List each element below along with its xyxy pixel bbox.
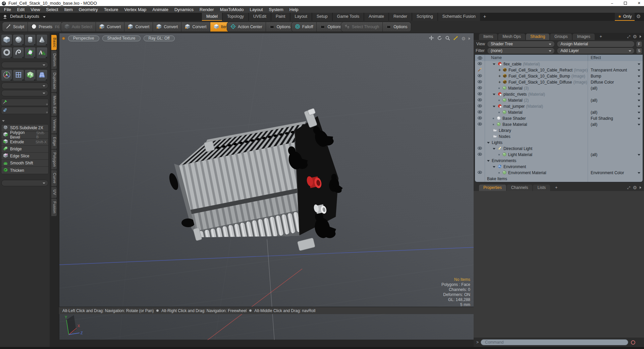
menu-animate[interactable]: Animate [149,7,171,12]
menu-file[interactable]: File [1,7,14,12]
menu-geometry[interactable]: Geometry [76,7,101,12]
eye-icon[interactable] [477,85,482,91]
layout-tab-animate[interactable]: Animate [364,13,388,21]
presets-button[interactable]: PresetsF6 [28,22,63,32]
panel-gear-icon[interactable]: ⚙ [633,34,637,39]
add-panel-tab-button[interactable]: + [595,34,606,40]
menu-item[interactable]: Item [61,7,75,12]
expand-panel-icon[interactable]: ⤢ [627,35,630,39]
panel-tab-channels[interactable]: Channels [507,185,533,191]
add-panel-tab-button[interactable]: + [551,185,562,191]
side-tab-edge[interactable]: Edge [51,134,57,149]
panel-tab-images[interactable]: Images [573,34,594,40]
add-geometry-header[interactable] [0,118,50,123]
expander-open-icon[interactable] [487,142,490,144]
viewport-mode-button[interactable]: Perspective [68,36,99,41]
menu-help[interactable]: Help [286,7,302,12]
eye-icon[interactable] [477,97,482,103]
panel-menu-arrow-icon[interactable] [640,186,641,189]
menu-select[interactable]: Select [43,7,61,12]
layout-tab-layout[interactable]: Layout [290,13,312,21]
eye-icon[interactable] [477,73,482,79]
falloff-button[interactable]: Falloff [291,22,317,32]
effect-dropdown-icon[interactable] [638,112,640,113]
only-filter-button[interactable]: ★Only [615,13,635,21]
expander-plus-icon[interactable]: + [498,80,501,85]
polygon-bevel-button[interactable]: Polygon BevelShift-B [1,132,48,139]
default-layouts-dropdown[interactable]: Default Layouts [10,14,39,19]
expander-open-icon[interactable] [493,63,495,65]
view-dropdown[interactable]: Shader Tree [487,41,555,47]
shader-tree-row-directional-light[interactable]: Directional Light [475,146,643,152]
shader-tree-row-material[interactable]: Material(3) (all) [475,85,643,91]
viewport-gear-icon[interactable]: ⚙ [461,36,466,41]
thicken-button[interactable]: Thicken [1,167,48,174]
edit-dropdown[interactable] [1,180,48,186]
shader-tree-row-library[interactable]: Library [475,128,643,134]
shader-tree-row-bake-items[interactable]: Bake Items [475,176,643,182]
auto-select-button[interactable]: Auto Select [61,22,96,32]
shader-tree-row-light-material[interactable]: Light Material (all) [475,152,643,158]
menu-view[interactable]: View [28,7,43,12]
layout-tab-model[interactable]: Model [202,13,222,21]
axis-gizmo-tool-button[interactable] [1,69,12,81]
convert-button[interactable]: Convert [181,22,210,32]
side-tab-basic[interactable]: Basic [51,35,57,50]
viewport-dot-icon[interactable] [62,37,65,40]
viewport-3d[interactable]: YXZ Perspective Shaded Texture Ray GL: O… [59,33,474,340]
filter-dropdown[interactable]: (none) [487,48,555,54]
shader-tree-row-fuel_cell_stack_10_cable_diffuse[interactable]: +Fuel_Cell_Stack_10_Cable_Diffuse(Image)… [475,79,643,85]
expander-open-icon[interactable] [487,160,490,162]
more-transforms-dropdown[interactable] [1,83,48,89]
panel-menu-arrow-icon[interactable] [640,35,641,38]
add-layout-tab-button[interactable]: + [481,13,489,21]
eye-icon[interactable] [477,91,482,97]
menu-texture[interactable]: Texture [101,7,121,12]
shader-tree-row-base-shader[interactable]: Base Shader Full Shading [475,115,643,121]
effect-dropdown-icon[interactable] [638,118,640,119]
expander-open-icon[interactable] [493,148,495,150]
eye-icon[interactable] [477,109,482,115]
smooth-shift-button[interactable]: Smooth Shift [1,160,48,167]
shader-tree-row-material[interactable]: Material(2) (all) [475,97,643,103]
side-tab-mesh-edit[interactable]: Mesh Edit [51,93,57,116]
menu-dynamics[interactable]: Dynamics [171,7,197,12]
effect-dropdown-icon[interactable] [638,69,640,71]
add-layer-dropdown[interactable]: Add Layer [557,48,635,54]
menu-system[interactable]: System [266,7,286,12]
layout-tab-setup[interactable]: Setup [312,13,332,21]
shader-tree-row-flex_cable[interactable]: flex_cable(Material) [475,61,643,67]
panel-tab-properties[interactable]: Properties [479,185,506,191]
menu-vertex-map[interactable]: Vertex Map [121,7,149,12]
side-tab-fusion[interactable]: Fusion [51,199,57,216]
side-tab-deform[interactable]: Deform [51,51,57,69]
panel-tab-mesh-ops[interactable]: Mesh Ops [498,34,525,40]
expander-open-icon[interactable] [493,166,495,168]
text-tool-tool-button[interactable]: A& [36,47,48,59]
shader-tree-row-environment-material[interactable]: Environment Material Environment Color [475,170,643,176]
cone-tool-button[interactable] [36,34,48,46]
shader-tree-row-nodes[interactable]: Nodes [475,134,643,140]
layouts-pin-icon[interactable] [3,14,7,20]
shader-tree-row-fuel_cell_stack_10_cable_bump[interactable]: +Fuel_Cell_Stack_10_Cable_Bump(Image) Bu… [475,73,643,79]
action-center-button[interactable]: Action Center [227,22,266,32]
center-selected-dropdown[interactable] [1,90,48,96]
panel-tab-groups[interactable]: Groups [550,34,572,40]
effect-dropdown-icon[interactable] [638,82,640,83]
eye-icon[interactable] [477,121,482,128]
effect-dropdown-icon[interactable] [638,88,640,89]
menu-maxtomodo[interactable]: MaxToModo [217,7,247,12]
shader-tree-row-environment[interactable]: Environment [475,164,643,170]
mesh-constraints-button[interactable] [1,107,49,114]
maximize-button[interactable] [624,2,627,5]
sphere-tool-button[interactable] [13,34,24,46]
shader-tree-row-fuel_cell_stack_10_cable_refract[interactable]: +Fuel_Cell_Stack_10_Cable_Refract(Image)… [475,67,643,73]
shader-tree-row-environments[interactable]: Environments [475,158,643,164]
side-tab-polygon[interactable]: Polygon [51,150,57,169]
panel-tab-shading[interactable]: Shading [526,34,549,40]
expander-plus-icon[interactable]: + [498,74,501,79]
spiral-tool-button[interactable] [13,47,24,59]
eye-icon[interactable] [477,79,482,85]
options-button[interactable]: Options [266,22,294,32]
effect-dropdown-icon[interactable] [638,124,640,126]
